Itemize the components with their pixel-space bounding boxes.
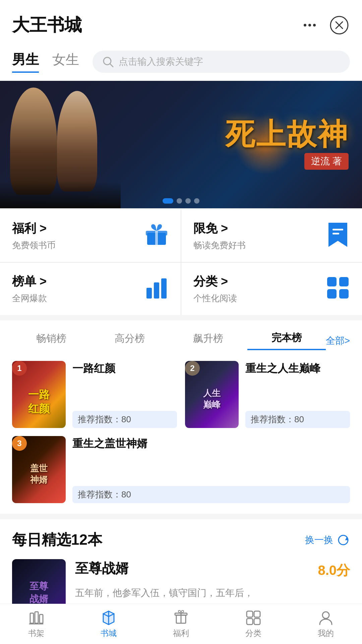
banner-character-left [0,81,121,208]
daily-book-info: 至尊战婿 8.0分 五年前，他参军入伍，镇守国门，五年后， [75,559,350,601]
daily-book-score: 8.0分 [318,561,350,580]
mine-icon [318,610,334,626]
tab-search-bar: 男生 女生 点击输入搜索关键字 [0,44,362,81]
rank-title-2: 重生之人生巅峰 [245,361,350,376]
daily-header: 每日精选12本 换一换 [12,530,350,550]
quick-rank-title: 榜单 > [12,273,47,290]
rank-badge-3: 3 [12,436,27,451]
svg-point-1 [308,24,311,26]
banner-subtitle: 逆流 著 [304,153,349,170]
welfare-icon [173,610,189,626]
svg-rect-29 [247,619,253,625]
svg-point-31 [322,612,329,619]
svg-rect-11 [333,229,343,230]
gender-tabs: 男生 女生 [12,50,79,73]
rank-info-1: 一路红颜 推荐指数：80 [72,361,177,428]
rank-score-3: 推荐指数：80 [72,486,350,503]
banner-dots [163,198,199,204]
svg-rect-18 [327,289,337,299]
nav-label-bookshelf: 书架 [28,628,44,639]
nav-label-bookstore: 书城 [101,628,117,639]
banner-dot-1[interactable] [163,198,173,204]
svg-rect-10 [155,231,158,245]
rank-title-3: 重生之盖世神婿 [72,436,350,451]
search-bar[interactable]: 点击输入搜索关键字 [93,51,350,73]
banner-dot-3[interactable] [185,198,191,204]
svg-rect-15 [161,278,167,299]
svg-line-7 [110,64,113,67]
rank-cover-1: 1 一路红颜 [12,361,66,428]
svg-rect-30 [254,619,260,625]
rank-score-1: 推荐指数：80 [72,411,177,428]
category-icon [245,610,261,626]
rank-info-3: 重生之盖世神婿 推荐指数：80 [72,436,350,503]
quick-category-subtitle: 个性化阅读 [193,292,237,304]
nav-item-category[interactable]: 分类 [217,604,290,644]
rank-cover-3: 3 盖世神婿 [12,436,66,503]
svg-rect-13 [146,288,152,299]
svg-rect-12 [333,233,339,234]
refresh-label: 换一换 [305,534,333,546]
search-placeholder: 点击输入搜索关键字 [119,55,203,68]
rank-title-1: 一路红颜 [72,361,177,376]
nav-label-welfare: 福利 [173,628,189,639]
svg-rect-28 [254,611,260,617]
bookstore-icon [101,610,117,626]
ranking-section: 畅销榜 高分榜 飙升榜 完本榜 全部> 1 一路红颜 一路红颜 推荐指数：80 … [0,320,362,514]
svg-rect-20 [30,613,34,623]
rank-tab-rising[interactable]: 飙升榜 [169,332,247,350]
quick-welfare-title: 福利 > [12,220,56,237]
nav-item-mine[interactable]: 我的 [290,604,362,644]
rank-info-2: 重生之人生巅峰 推荐指数：80 [245,361,350,428]
rank-all-link[interactable]: 全部> [326,334,350,347]
tab-male[interactable]: 男生 [12,50,39,73]
nav-label-mine: 我的 [318,628,334,639]
nav-item-bookstore[interactable]: 书城 [72,604,145,644]
banner-dot-4[interactable] [194,198,199,204]
daily-book-title: 至尊战婿 [75,559,129,578]
apps-icon [326,276,350,302]
quick-item-welfare[interactable]: 福利 > 免费领书币 [0,210,181,262]
close-button[interactable] [328,14,350,36]
quick-links-grid: 福利 > 免费领书币 限免 > 畅读免费好书 [0,210,362,315]
rank-tab-bestseller[interactable]: 畅销榜 [12,332,90,350]
quick-item-category[interactable]: 分类 > 个性化阅读 [181,263,362,315]
rank-item-2[interactable]: 2 人生巅峰 重生之人生巅峰 推荐指数：80 [185,361,350,428]
banner[interactable]: 死上故神 逆流 著 [0,81,362,208]
nav-item-welfare[interactable]: 福利 [145,604,217,644]
nav-item-bookshelf[interactable]: 书架 [0,604,72,644]
daily-title: 每日精选12本 [12,530,102,550]
svg-rect-19 [339,289,349,299]
banner-dot-2[interactable] [177,198,182,204]
bookshelf-icon [28,610,44,626]
quick-item-limit[interactable]: 限免 > 畅读免费好书 [181,210,362,262]
header-icons [299,14,350,36]
app-title: 大王书城 [12,13,82,37]
svg-rect-14 [154,282,159,299]
banner-title: 死上故神 [225,119,349,149]
header: 大王书城 [0,0,362,44]
rank-tab-completed[interactable]: 完本榜 [247,331,326,350]
svg-point-2 [313,24,316,26]
svg-rect-21 [35,612,38,623]
svg-point-0 [304,24,306,26]
rank-badge-1: 1 [12,361,27,376]
quick-category-title: 分类 > [193,273,237,290]
refresh-icon [337,533,350,547]
rank-tabs: 畅销榜 高分榜 飙升榜 完本榜 全部> [12,331,350,350]
quick-limit-title: 限免 > [193,220,246,237]
rank-item-3[interactable]: 3 盖世神婿 重生之盖世神婿 推荐指数：80 [12,436,350,503]
tab-female[interactable]: 女生 [52,50,79,73]
quick-item-rank[interactable]: 榜单 > 全网爆款 [0,263,181,315]
more-button[interactable] [299,14,320,36]
search-icon [102,56,114,68]
quick-limit-subtitle: 畅读免费好书 [193,239,246,251]
bottom-nav: 书架 书城 福利 分类 [0,604,362,644]
daily-refresh-button[interactable]: 换一换 [305,533,350,547]
banner-text: 死上故神 逆流 著 [225,119,349,170]
svg-rect-16 [327,277,337,286]
rank-item-1[interactable]: 1 一路红颜 一路红颜 推荐指数：80 [12,361,177,428]
rank-tab-highscore[interactable]: 高分榜 [90,332,169,350]
nav-label-category: 分类 [245,628,261,639]
banner-content: 死上故神 逆流 著 [0,81,362,208]
